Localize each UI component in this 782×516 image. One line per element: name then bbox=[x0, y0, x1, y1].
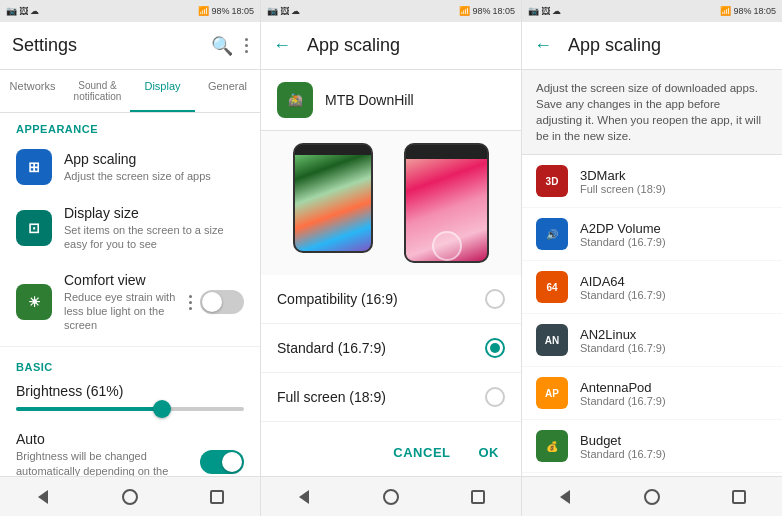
recents-nav-3[interactable] bbox=[724, 482, 754, 512]
app-scaling-icon-sym: ⊞ bbox=[28, 159, 40, 175]
settings-header: Settings 🔍 bbox=[0, 22, 260, 70]
fullscreen-option[interactable]: Full screen (18:9) bbox=[261, 373, 521, 422]
list-item-an2linux[interactable]: AN AN2Linux Standard (16.7:9) bbox=[522, 314, 782, 367]
antennapod-name: AntennaPod bbox=[580, 380, 666, 395]
display-size-item[interactable]: ⊡ Display size Set items on the screen t… bbox=[0, 195, 260, 262]
tab-sound[interactable]: Sound & notification bbox=[65, 70, 130, 112]
antennapod-icon-sym: AP bbox=[545, 388, 559, 399]
comfort-view-title: Comfort view bbox=[64, 272, 189, 288]
compatibility-label: Compatibility (16:9) bbox=[277, 291, 398, 307]
phone-screen-large bbox=[406, 159, 487, 261]
auto-text: Auto Brightness will be changed automati… bbox=[16, 431, 200, 476]
battery-2: 98% bbox=[472, 6, 490, 16]
back-nav-1[interactable] bbox=[28, 482, 58, 512]
app-scaling-title: App scaling bbox=[64, 151, 244, 167]
an2linux-sub: Standard (16.7:9) bbox=[580, 342, 666, 354]
tab-display[interactable]: Display bbox=[130, 70, 195, 112]
spacer-2 bbox=[261, 422, 521, 429]
3dmark-name: 3DMark bbox=[580, 168, 666, 183]
budget-sub: Standard (16.7:9) bbox=[580, 448, 666, 460]
dialog-buttons: CANCEL OK bbox=[261, 429, 521, 476]
brightness-container: Brightness (61%) bbox=[0, 377, 260, 421]
app-scaling-header: ← App scaling bbox=[261, 22, 521, 70]
mtb-icon-sym: 🚵 bbox=[288, 93, 303, 107]
comfort-view-icon: ☀ bbox=[16, 284, 52, 320]
an2linux-icon-sym: AN bbox=[545, 335, 559, 346]
app-scaling-icon: ⊞ bbox=[16, 149, 52, 185]
fullscreen-radio[interactable] bbox=[485, 387, 505, 407]
an2linux-icon: AN bbox=[536, 324, 568, 356]
mtb-app-name: MTB DownHill bbox=[325, 92, 414, 108]
app-scaling-text: App scaling Adjust the screen size of ap… bbox=[64, 151, 244, 183]
status-left-2: 📷 🖼 ☁ bbox=[267, 6, 300, 16]
3dmark-icon-sym: 3D bbox=[546, 176, 559, 187]
auto-toggle[interactable] bbox=[200, 450, 244, 474]
cloud-icon: ☁ bbox=[30, 6, 39, 16]
an2linux-text: AN2Linux Standard (16.7:9) bbox=[580, 327, 666, 354]
recents-nav-2[interactable] bbox=[463, 482, 493, 512]
back-arrow-3[interactable]: ← bbox=[534, 35, 552, 56]
standard-option[interactable]: Standard (16.7:9) bbox=[261, 324, 521, 373]
tab-networks[interactable]: Networks bbox=[0, 70, 65, 112]
bottom-nav-2 bbox=[261, 476, 521, 516]
phone-preview-area bbox=[261, 131, 521, 275]
more-options-icon[interactable] bbox=[245, 38, 248, 53]
status-bar-3: 📷 🖼 ☁ 📶 98% 18:05 bbox=[522, 0, 782, 22]
divider-1 bbox=[0, 346, 260, 347]
a2dp-icon-sym: 🔊 bbox=[546, 229, 558, 240]
img-icon-2: 🖼 bbox=[280, 6, 289, 16]
list-item-aida64[interactable]: 64 AIDA64 Standard (16.7:9) bbox=[522, 261, 782, 314]
back-nav-3[interactable] bbox=[550, 482, 580, 512]
comfort-view-toggle[interactable] bbox=[200, 290, 244, 314]
list-item-a2dp[interactable]: 🔊 A2DP Volume Standard (16.7:9) bbox=[522, 208, 782, 261]
display-size-icon: ⊡ bbox=[16, 210, 52, 246]
home-nav-2[interactable] bbox=[376, 482, 406, 512]
list-item-budget[interactable]: 💰 Budget Standard (16.7:9) bbox=[522, 420, 782, 473]
app-scaling-subtitle: Adjust the screen size of apps bbox=[64, 169, 244, 183]
cancel-button[interactable]: CANCEL bbox=[387, 439, 456, 466]
display-size-icon-sym: ⊡ bbox=[28, 220, 40, 236]
compatibility-radio[interactable] bbox=[485, 289, 505, 309]
image-icon: 🖼 bbox=[19, 6, 28, 16]
tab-general[interactable]: General bbox=[195, 70, 260, 112]
list-item-3dmark[interactable]: 3D 3DMark Full screen (18:9) bbox=[522, 155, 782, 208]
phone-notch-large bbox=[406, 145, 487, 159]
camera-icon: 📷 bbox=[6, 6, 17, 16]
comfort-view-actions bbox=[189, 290, 244, 314]
budget-icon-sym: 💰 bbox=[546, 441, 558, 452]
battery-label: 98% bbox=[211, 6, 229, 16]
home-nav-3[interactable] bbox=[637, 482, 667, 512]
status-right-3: 📶 98% 18:05 bbox=[720, 6, 776, 16]
search-icon[interactable]: 🔍 bbox=[211, 35, 233, 57]
3dmark-icon: 3D bbox=[536, 165, 568, 197]
brightness-thumb[interactable] bbox=[153, 400, 171, 418]
3dmark-text: 3DMark Full screen (18:9) bbox=[580, 168, 666, 195]
back-nav-2[interactable] bbox=[289, 482, 319, 512]
bottom-nav-3 bbox=[522, 476, 782, 516]
list-item-antennapod[interactable]: AP AntennaPod Standard (16.7:9) bbox=[522, 367, 782, 420]
phone-preview-large bbox=[404, 143, 489, 263]
comfort-view-item[interactable]: ☀ Comfort view Reduce eye strain with le… bbox=[0, 262, 260, 343]
budget-name: Budget bbox=[580, 433, 666, 448]
comfort-view-text: Comfort view Reduce eye strain with less… bbox=[64, 272, 189, 333]
standard-radio[interactable] bbox=[485, 338, 505, 358]
app-scaling-item[interactable]: ⊞ App scaling Adjust the screen size of … bbox=[0, 139, 260, 195]
basic-section-label: BASIC bbox=[0, 351, 260, 377]
compatibility-option[interactable]: Compatibility (16:9) bbox=[261, 275, 521, 324]
back-arrow-2[interactable]: ← bbox=[273, 35, 291, 56]
recents-nav-1[interactable] bbox=[202, 482, 232, 512]
header-icons: 🔍 bbox=[211, 35, 248, 57]
app-scaling-header-title: App scaling bbox=[307, 35, 400, 56]
comfort-view-more-icon[interactable] bbox=[189, 295, 192, 310]
status-left-3: 📷 🖼 ☁ bbox=[528, 6, 561, 16]
3dmark-sub: Full screen (18:9) bbox=[580, 183, 666, 195]
antennapod-text: AntennaPod Standard (16.7:9) bbox=[580, 380, 666, 407]
settings-title: Settings bbox=[12, 35, 77, 56]
auto-brightness-item[interactable]: Auto Brightness will be changed automati… bbox=[0, 421, 260, 476]
cam-icon-2: 📷 bbox=[267, 6, 278, 16]
mtb-app-icon: 🚵 bbox=[277, 82, 313, 118]
brightness-slider[interactable] bbox=[16, 407, 244, 411]
ok-button[interactable]: OK bbox=[473, 439, 506, 466]
home-nav-1[interactable] bbox=[115, 482, 145, 512]
aida64-text: AIDA64 Standard (16.7:9) bbox=[580, 274, 666, 301]
